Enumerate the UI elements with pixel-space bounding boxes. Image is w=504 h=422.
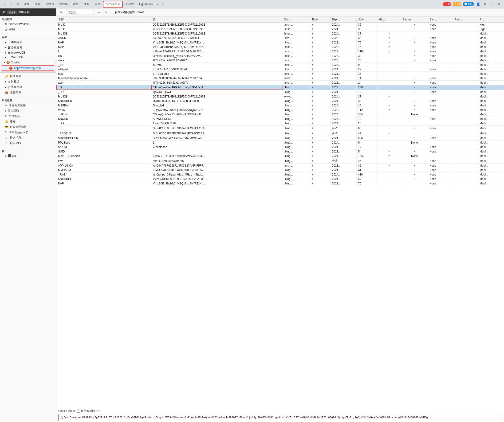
table-row[interactable]: _URQS=4&TQS=4.bing..../2024...13✓NoneMed… [57, 90, 504, 95]
sidebar-item-reporting-api[interactable]: 📄 报告 API [0, 141, 56, 146]
sidebar-item-session-storage[interactable]: ▶ ☰ 会话存储 [0, 45, 56, 50]
settings-icon[interactable]: ⚙ [482, 1, 488, 7]
table-row[interactable]: KievRPSSecAuthFAB6BBRaTOJILtFsMkpLVWSG6A… [57, 154, 504, 158]
table-row[interactable]: SRCHDAF=NOFORM.bing..../2024...14NoneMed… [57, 117, 504, 121]
table-row[interactable]: _U1jFnv-0vxafvebPP9PGUUsJpJ2PzLJ-JT....b… [57, 85, 504, 90]
table-row[interactable]: els%7b%22account_type%22%3a%22M....msn..… [57, 54, 504, 58]
add-tab-button[interactable]: + [161, 1, 165, 7]
websql-label: Web SQL [11, 56, 24, 59]
tab-welcome[interactable]: 欢迎 [22, 1, 32, 7]
table-row[interactable]: WLIDZQ6MV59W+R5NQJXekA0yNQaVSV7....bing.… [57, 108, 504, 112]
decode-url-checkbox[interactable]: 显示解码的 URL [77, 409, 101, 413]
tab-console[interactable]: 控制台 [43, 1, 56, 7]
sidebar-item-cache-storage[interactable]: 📦 缓存存储 [0, 90, 56, 95]
tab-application-close[interactable]: ✕ [118, 3, 120, 6]
col-partition[interactable]: Parti... [453, 17, 478, 23]
refresh-cookies-button[interactable]: ⟳ [58, 10, 64, 15]
sidebar-item-storage-app[interactable]: 🗄 存储 [0, 27, 56, 32]
cookie-table-container[interactable]: 名称 值 Dom... Path Expir... 大小 Http... Sec… [56, 17, 504, 408]
cookie-value-panel: Cookie Value 显示解码的 URL 1jFnv-0vxafvebPP9… [56, 408, 504, 422]
tab-sources[interactable]: 源代码 [57, 1, 70, 7]
sidebar-item-top[interactable]: ▶ ⬛ top [0, 154, 56, 158]
table-row[interactable]: _HPVNCS=eyQbil6eyJDbil6MswiU3QiOjAsIlF..… [57, 112, 504, 117]
close-button[interactable]: ✕ [497, 1, 502, 7]
col-size[interactable]: 大小 [357, 17, 378, 23]
table-row[interactable]: ace%7b%22child%22%3a0%7d.msn..../2023...… [57, 81, 504, 85]
col-expires[interactable]: Expir... [330, 17, 357, 23]
table-row[interactable]: SUID.bing..../2023...5✓✓NoneMedi... [57, 149, 504, 154]
table-row[interactable]: SnrOvr=rebateson.bing..../2024...17✓None… [57, 145, 504, 149]
col-secure[interactable]: Secure [401, 17, 428, 23]
tab-memory[interactable]: 内存 [92, 1, 102, 7]
sidebar-item-shared-storage[interactable]: ▶ ◎ 共享存储 [0, 84, 56, 90]
table-row[interactable]: MMCASMID=BE5785511D794137984C17D0F052...… [57, 168, 504, 172]
col-path[interactable]: Path [311, 17, 330, 23]
col-name[interactable]: 名称 [57, 17, 151, 23]
tab-application[interactable]: 应用程序 ✕ [103, 1, 123, 7]
table-row[interactable]: ltt=EwA4A6AEAAAURNPDOP4v1G28D....msn....… [57, 49, 504, 54]
table-row[interactable]: ipv6hit=1684593096370&t=6.bing..../会话25N… [57, 158, 504, 164]
table-row[interactable]: MUID2C53225E73AE681E1F50308F7211699E.msn… [57, 27, 504, 31]
col-domain[interactable]: Dom... [283, 17, 311, 23]
table-row[interactable]: MUIDB2C53225E73AE681E1F50308F7211699Ebin… [57, 31, 504, 36]
table-row[interactable]: aace%7b%22child%22%3a0%7d.msn..../2023..… [57, 58, 504, 63]
table-row[interactable]: PPLState1.bing..../2024...9NoneMedi... [57, 141, 504, 145]
sidebar-item-bg-fetch[interactable]: ↑ 后台获取 [0, 108, 56, 113]
col-value[interactable]: 值 [151, 17, 283, 23]
sidebar-item-local-storage[interactable]: ▶ ☰ 本地存储 [0, 40, 56, 45]
table-row[interactable]: MicrosoftApplicationsTel...03e6350c-0b92… [57, 76, 504, 81]
col-httponly[interactable]: Http... [378, 17, 401, 23]
tab-elements[interactable]: 元素 [32, 1, 43, 7]
table-row[interactable]: ANONA=C94A76F6668714FC3B274AF4FFFF....li… [57, 36, 504, 40]
sidebar-item-notifications[interactable]: 🔔 通知 [0, 119, 56, 124]
show-issues-check[interactable] [111, 11, 114, 14]
table-row[interactable]: wlidperfFR=L&ST=1679919629841.live..../2… [57, 67, 504, 72]
table-row[interactable]: MSPProfDisabled.live..../2024...15✓✓None… [57, 103, 504, 108]
tab-sources-label: 源代码 [59, 2, 68, 6]
table-row[interactable]: NAPV=1.9&E=1bcb&C=NBQx7rUAhYREtNh....bin… [57, 181, 504, 186]
filter-icon[interactable]: ≡ [96, 10, 102, 15]
forward-button[interactable]: → [8, 1, 14, 7]
tab-network[interactable]: 网络 [71, 1, 81, 7]
table-row[interactable]: _SSSID=0C0C9FF5E87B63A81EC98CE2E9....bin… [57, 126, 504, 131]
sidebar-item-cookie[interactable]: ▼ 🍪 Cookie [1, 60, 55, 65]
sidebar-item-indexeddb[interactable]: ▶ 🗃 IndexedDB [0, 50, 56, 55]
more-icon[interactable]: ⋯ [489, 1, 495, 7]
show-issues-checkbox[interactable]: 仅显示有问题的 Cookie [111, 10, 144, 14]
sidebar-item-bing-cookie[interactable]: 🍪 https://www.bing.com [2, 65, 54, 71]
filter-input[interactable] [66, 10, 94, 15]
table-row[interactable]: _RwBfilt=0&ihpd=0&ispd=0&rc=45&rb=45&gb.… [57, 172, 504, 177]
table-row[interactable]: NAPV=1.9&E=1bcb&C=NBQx7rUAhYREtNh....liv… [57, 40, 504, 45]
col-samesite[interactable]: Sam... [428, 17, 453, 23]
tab-performance[interactable]: 性能 [81, 1, 92, 7]
tab-security[interactable]: 安全性 [123, 1, 136, 7]
table-row[interactable]: APP_ANONA=C94A76F6668714FC3B274AF4FFFF..… [57, 164, 504, 168]
decode-url-check[interactable] [77, 410, 80, 413]
user-icon[interactable]: 👤 [475, 1, 481, 7]
table-row[interactable]: SRCHUIDV=2&GUID=88BAE99C84774DF28A14F...… [57, 177, 504, 181]
sidebar-item-push-messages[interactable]: 📨 推送消息 [0, 135, 56, 141]
table-row[interactable]: _clck1vijru|2|fbk|0|1228.bing..../2024..… [57, 121, 504, 126]
new-tab-button[interactable]: ›› [156, 1, 160, 7]
table-row[interactable]: _EDGE_SSID=0C0C9FF5E87B63A81EC98CE2E9...… [57, 131, 504, 136]
table-row[interactable]: SRCHUSRDOB=20230311&T=1684589496000.bing… [57, 99, 504, 103]
col-priority[interactable]: Pri... [478, 17, 504, 23]
tab-lighthouse[interactable]: Lighthouse [137, 1, 155, 7]
table-row[interactable]: MUIDB2C53225E73AE681E1F50308F7211699Ewww… [57, 95, 504, 99]
clear-filter-button[interactable]: ✕ [103, 10, 109, 15]
sidebar-item-service-workers[interactable]: ⚙ Service Workers [0, 22, 56, 27]
table-row[interactable]: MUID2C53225E73AE681E1F50308F7211699E.msn… [57, 23, 504, 27]
sidebar-item-bg-sync[interactable]: ↻ 后台同步 [0, 113, 56, 119]
table-row[interactable]: NAPV=1.9&E=1bcb&C=NBQx7rUAhYREtNh....msn… [57, 45, 504, 49]
sidebar-item-payment-handler[interactable]: 💳 付款处理程序 [0, 124, 56, 130]
sidebar-item-back-cache[interactable]: ↩ 往返高速缓存 [0, 103, 56, 108]
sidebar-item-trust-tokens[interactable]: 🔑 信任令牌 [0, 74, 56, 79]
table-row[interactable]: ntps{"m":"zh-cn"}.msn..../2023...17Medi.… [57, 72, 504, 76]
back-button[interactable]: ← [2, 1, 7, 7]
sidebar-item-interest-groups[interactable]: ▶ ◎ 兴趣组 [0, 79, 56, 84]
reload-button[interactable]: ⟳ [15, 1, 21, 7]
sidebar-item-websql[interactable]: ▶ 🗃 Web SQL [0, 55, 56, 60]
sidebar-item-periodic-sync[interactable]: ↻ 周期性后台同步 [0, 130, 56, 135]
table-row[interactable]: _SSSID=00.msn..../2024...9Medi... [57, 63, 504, 67]
table-row[interactable]: SRCHHPGUSRSRCHLANG=zh-Hans&DM=0&WTS=63..… [57, 136, 504, 141]
